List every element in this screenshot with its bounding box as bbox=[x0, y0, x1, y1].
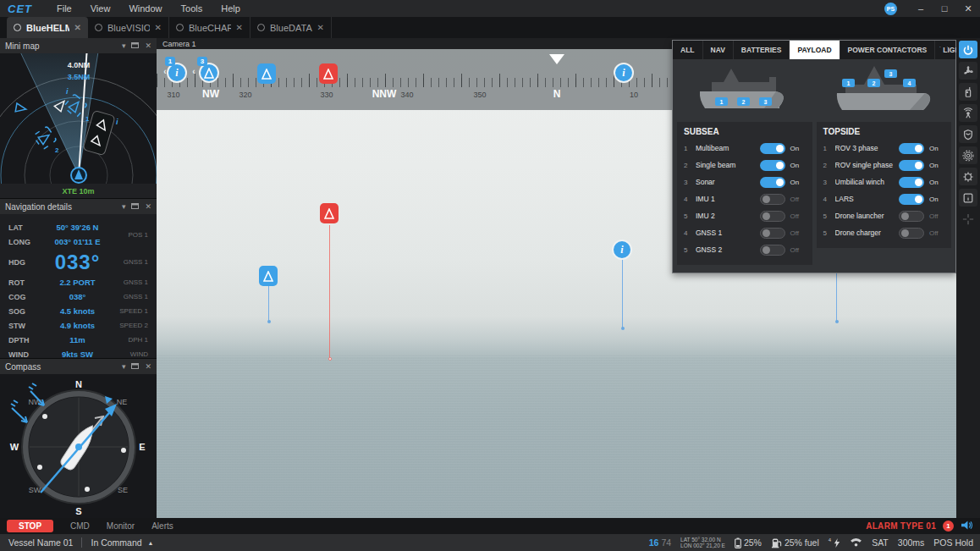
alarm-label[interactable]: ALARM TYPE 01 bbox=[866, 521, 936, 531]
tab-label: BlueVISION bbox=[107, 23, 150, 33]
alerts-button[interactable]: Alerts bbox=[143, 521, 182, 531]
toggle-switch[interactable] bbox=[760, 228, 785, 239]
cardinal-w: W bbox=[10, 442, 19, 452]
tab-close-icon[interactable]: ✕ bbox=[236, 23, 243, 32]
navigation-details-panel: Navigation details ▾ ✕ LAT 50° 39'26 N P… bbox=[0, 199, 157, 359]
speaker-icon[interactable] bbox=[961, 519, 973, 534]
tab-bluehelm[interactable]: BlueHELM ✕ bbox=[7, 17, 88, 38]
radio-button[interactable] bbox=[959, 83, 977, 101]
strip-label: NNW bbox=[372, 88, 397, 100]
shield-button[interactable] bbox=[959, 125, 977, 143]
settings-gear-button[interactable] bbox=[959, 168, 977, 185]
vessel-name[interactable]: Vessel Name 01 bbox=[8, 537, 73, 548]
compass-body[interactable]: N S W E NW NE SW SE bbox=[0, 374, 157, 518]
tab-power-contactors[interactable]: POWER CONTACTORS bbox=[840, 41, 936, 59]
strip-buoy-blue[interactable] bbox=[257, 63, 276, 84]
toggle-switch[interactable] bbox=[899, 177, 924, 188]
tab-status-icon bbox=[14, 24, 21, 31]
toggle-switch[interactable] bbox=[760, 245, 785, 256]
close-icon[interactable]: ✕ bbox=[145, 42, 151, 50]
info-square-button[interactable] bbox=[959, 189, 977, 207]
toggle-switch[interactable] bbox=[760, 194, 785, 205]
bottom-toolbar: STOP CMD Monitor Alerts ALARM TYPE 01 1 bbox=[0, 518, 980, 534]
minimize-button[interactable]: – bbox=[909, 0, 933, 17]
ship-silhouette bbox=[673, 59, 815, 122]
sat-count-total: 74 bbox=[661, 537, 671, 548]
tab-bluevision[interactable]: BlueVISION ✕ bbox=[88, 17, 169, 38]
sonar-rings-button[interactable] bbox=[959, 146, 977, 164]
tab-label: BlueDATA bbox=[270, 23, 312, 33]
tab-batteries[interactable]: BATTERIES bbox=[734, 41, 790, 59]
power-button[interactable] bbox=[959, 41, 977, 58]
tab-all[interactable]: ALL bbox=[673, 41, 703, 59]
tab-close-icon[interactable]: ✕ bbox=[74, 23, 81, 32]
charging-status: 4 bbox=[829, 537, 840, 548]
menu-tools[interactable]: Tools bbox=[172, 3, 212, 14]
toggle-switch[interactable] bbox=[760, 143, 785, 154]
toggle-row-imu1: 4 IMU 1 Off bbox=[684, 190, 806, 207]
triangle-icon bbox=[204, 68, 214, 79]
buoy-marker-blue[interactable] bbox=[259, 266, 278, 286]
close-icon[interactable]: ✕ bbox=[145, 363, 151, 371]
crosshair-button[interactable] bbox=[959, 210, 977, 228]
info-marker[interactable]: i bbox=[612, 240, 632, 260]
toggle-switch[interactable] bbox=[760, 160, 785, 171]
strip-info-marker[interactable]: i 1 bbox=[167, 63, 187, 83]
user-avatar[interactable]: PS bbox=[884, 3, 897, 15]
thruster-fan-button[interactable] bbox=[959, 62, 977, 80]
nav-row-wind: WIND 9kts SW WIND bbox=[0, 347, 157, 358]
chevron-down-icon[interactable]: ▾ bbox=[122, 363, 126, 371]
minimap-body[interactable]: 4.0NM 3.5NM 1 i 2 bbox=[0, 53, 157, 184]
cardinal-ne: NE bbox=[117, 398, 128, 406]
popout-icon[interactable] bbox=[131, 203, 139, 211]
popout-icon[interactable] bbox=[131, 42, 139, 50]
toggle-switch[interactable] bbox=[899, 143, 924, 154]
tab-bluedata[interactable]: BlueDATA ✕ bbox=[251, 17, 332, 38]
chevron-down-icon[interactable]: ▾ bbox=[122, 203, 126, 211]
stop-button[interactable]: STOP bbox=[7, 520, 53, 532]
alarm-count-badge[interactable]: 1 bbox=[943, 521, 954, 532]
antenna-button[interactable] bbox=[959, 104, 977, 122]
toggle-row-umbilical: 3 Umbilical winch On bbox=[823, 174, 945, 190]
command-state[interactable]: In Command bbox=[91, 537, 141, 548]
toggle-switch[interactable] bbox=[899, 228, 924, 239]
toggle-switch[interactable] bbox=[760, 177, 785, 188]
marker-anchor-dot bbox=[267, 320, 271, 323]
toggle-switch[interactable] bbox=[760, 211, 785, 222]
pos-mode[interactable]: POS Hold bbox=[933, 537, 973, 548]
tab-bluechart[interactable]: BlueCHART ✕ bbox=[169, 17, 251, 38]
offscreen-chevron-icon: ‹ bbox=[192, 67, 195, 76]
tab-close-icon[interactable]: ✕ bbox=[155, 23, 162, 32]
toggle-switch[interactable] bbox=[899, 160, 924, 171]
chevron-up-icon[interactable]: ▲ bbox=[148, 540, 154, 546]
tab-payload[interactable]: PAYLOAD bbox=[790, 41, 840, 59]
latency-readout: 300ms bbox=[898, 537, 925, 548]
lon-readout: LON 002° 21,20 E bbox=[680, 543, 725, 548]
strip-info-marker[interactable]: i bbox=[614, 63, 634, 83]
tab-nav[interactable]: NAV bbox=[703, 41, 734, 59]
marker-anchor-dot bbox=[328, 357, 332, 361]
popout-icon[interactable] bbox=[131, 363, 139, 371]
ship-badge: 4 bbox=[903, 79, 916, 87]
maximize-button[interactable]: □ bbox=[933, 0, 956, 17]
strip-buoy-red[interactable] bbox=[319, 63, 338, 84]
minimap-panel: Mini map ▾ ✕ bbox=[0, 38, 157, 199]
menu-file[interactable]: File bbox=[47, 3, 81, 14]
menu-help[interactable]: Help bbox=[212, 3, 250, 14]
strip-boat-marker[interactable]: 3 bbox=[199, 63, 219, 83]
toggle-switch[interactable] bbox=[899, 211, 924, 222]
tab-close-icon[interactable]: ✕ bbox=[317, 23, 324, 32]
cmd-button[interactable]: CMD bbox=[62, 521, 98, 531]
marker-leader-line bbox=[836, 273, 837, 322]
menu-view[interactable]: View bbox=[81, 3, 120, 14]
monitor-button[interactable]: Monitor bbox=[98, 521, 143, 531]
toggle-switch[interactable] bbox=[899, 194, 924, 205]
close-icon[interactable]: ✕ bbox=[145, 203, 151, 211]
close-button[interactable]: ✕ bbox=[956, 0, 980, 17]
chevron-down-icon[interactable]: ▾ bbox=[122, 42, 126, 50]
lat-readout: LAT 50° 32,00 N bbox=[680, 537, 721, 543]
marker-leader-line bbox=[622, 260, 623, 328]
buoy-marker-red[interactable] bbox=[320, 203, 339, 223]
subsea-title: SUBSEA bbox=[684, 127, 806, 136]
menu-window[interactable]: Window bbox=[119, 3, 171, 14]
